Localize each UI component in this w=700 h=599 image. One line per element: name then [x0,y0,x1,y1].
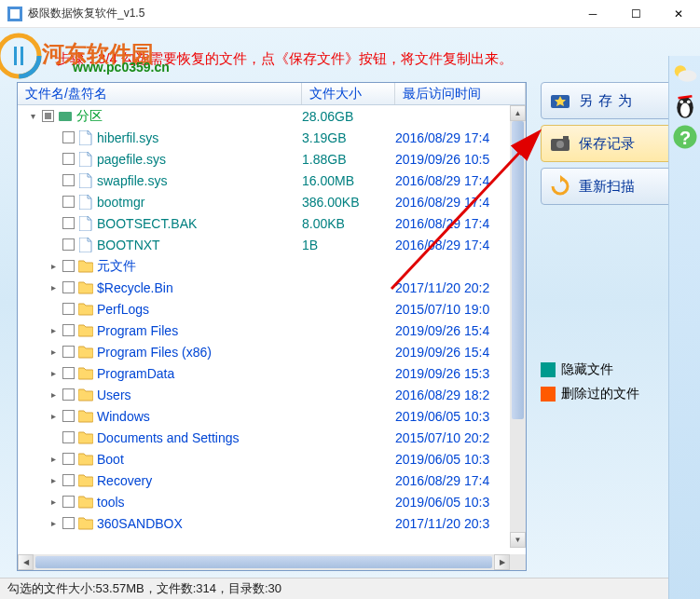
legend-hidden-label: 隐藏文件 [561,361,613,378]
file-time: 2017/11/20 20:2 [395,280,526,295]
checkbox[interactable] [62,324,75,336]
checkbox[interactable] [62,474,75,486]
tree-body[interactable]: ▾分区28.06GBhiberfil.sys3.19GB2016/08/29 1… [18,105,526,550]
checkbox[interactable] [62,238,75,251]
file-time: 2019/09/26 15:4 [395,345,526,360]
app-icon [7,7,22,21]
table-row[interactable]: ▸ProgramData2019/09/26 15:3 [18,362,526,384]
file-name: Program Files (x86) [97,345,212,360]
table-row[interactable]: ▸Boot2019/06/05 10:3 [18,448,526,470]
checkbox[interactable] [62,303,75,315]
column-header-size[interactable]: 文件大小 [302,83,395,104]
status-text: 勾选的文件大小:53.57MB，文件数:314，目录数:30 [7,581,281,595]
minimize-button[interactable]: ─ [571,0,614,28]
table-row[interactable]: Documents and Settings2015/07/10 20:2 [18,427,526,448]
file-size: 1.88GB [302,152,395,167]
expand-icon[interactable]: ▸ [48,325,59,335]
table-row[interactable]: ▸Recovery2016/08/29 17:4 [18,470,526,491]
table-row[interactable]: ▸元文件 [18,255,526,277]
file-name: 分区 [76,108,103,125]
scroll-down-icon[interactable]: ▼ [510,532,526,548]
scroll-up-icon[interactable]: ▲ [510,105,526,121]
maximize-button[interactable]: ☐ [614,0,657,28]
dock-penguin-icon[interactable] [671,91,699,119]
table-row[interactable]: pagefile.sys1.88GB2019/09/26 10:5 [18,148,526,170]
table-row[interactable]: BOOTNXT1B2016/08/29 17:4 [18,234,526,255]
checkbox[interactable] [62,431,75,443]
table-row[interactable]: ▸360SANDBOX2017/11/20 20:3 [18,512,526,534]
checkbox[interactable] [62,260,75,272]
svg-point-19 [686,100,690,103]
checkbox[interactable] [62,453,75,465]
save-record-button[interactable]: 保存记录 [541,125,683,162]
dock-weather-icon[interactable] [671,60,699,88]
column-header-time[interactable]: 最后访问时间 [395,83,526,104]
close-button[interactable]: ✕ [657,0,700,28]
expand-icon[interactable]: ▸ [48,282,59,293]
checkbox[interactable] [62,367,75,379]
expand-icon[interactable]: ▸ [48,261,59,271]
expand-icon[interactable]: ▸ [48,497,59,507]
folder-icon [78,473,93,488]
save-as-button[interactable]: 另存为 [541,82,683,119]
rescan-button[interactable]: 重新扫描 [541,168,683,205]
table-row[interactable]: swapfile.sys16.00MB2016/08/29 17:4 [18,170,526,191]
table-row[interactable]: PerfLogs2015/07/10 19:0 [18,298,526,320]
table-row[interactable]: ▸$Recycle.Bin2017/11/20 20:2 [18,277,526,298]
status-bar: 勾选的文件大小:53.57MB，文件数:314，目录数:30 [0,578,700,599]
expand-icon[interactable]: ▸ [48,347,59,357]
scroll-right-icon[interactable]: ▶ [494,554,510,570]
file-time: 2019/06/05 10:3 [395,409,526,424]
checkbox[interactable] [62,346,75,358]
file-icon [78,238,93,252]
legend-hidden-swatch [541,362,556,377]
table-row[interactable]: BOOTSECT.BAK8.00KB2016/08/29 17:4 [18,212,526,234]
expand-icon[interactable]: ▸ [48,389,59,400]
table-row[interactable]: hiberfil.sys3.19GB2016/08/29 17:4 [18,127,526,148]
scroll-thumb-v[interactable] [512,121,524,419]
checkbox[interactable] [62,281,75,293]
checkbox[interactable] [62,174,75,186]
scroll-thumb-h[interactable] [35,556,492,568]
file-name: PerfLogs [97,302,149,317]
checkbox[interactable] [62,131,75,143]
checkbox[interactable] [62,388,75,401]
table-row[interactable]: ▸Windows2019/06/05 10:3 [18,405,526,427]
checkbox[interactable] [62,496,75,508]
camera-icon [549,132,571,155]
expand-icon[interactable]: ▸ [48,411,59,421]
expand-icon[interactable]: ▾ [27,111,38,121]
file-name: Recovery [97,473,152,488]
table-row[interactable]: ▸tools2019/06/05 10:3 [18,491,526,512]
checkbox[interactable] [62,217,75,229]
svg-rect-4 [14,47,17,65]
file-time: 2019/06/05 10:3 [395,452,526,467]
file-name: 360SANDBOX [97,516,183,531]
table-row[interactable]: ▸Program Files (x86)2019/09/26 15:4 [18,341,526,362]
folder-icon [78,495,93,510]
dock-help-icon[interactable]: ? [671,123,699,151]
checkbox[interactable] [62,410,75,422]
folder-icon [78,452,93,467]
column-header-name[interactable]: 文件名/盘符名 [18,83,302,104]
folder-icon [78,302,93,317]
table-row[interactable]: ▾分区28.06GB [18,105,526,127]
checkbox[interactable] [62,517,75,529]
scroll-left-icon[interactable]: ◀ [18,554,34,570]
horizontal-scrollbar[interactable]: ◀ ▶ [18,554,510,570]
file-name: swapfile.sys [97,173,167,188]
expand-icon[interactable]: ▸ [48,454,59,464]
checkbox[interactable] [62,153,75,165]
save-as-label: 另存为 [579,92,638,110]
table-row[interactable]: ▸Users2016/08/29 18:2 [18,384,526,405]
checkbox[interactable] [62,196,75,208]
vertical-scrollbar[interactable]: ▲ ▼ [510,105,526,548]
expand-icon[interactable]: ▸ [48,518,59,528]
table-row[interactable]: ▸Program Files2019/09/26 15:4 [18,320,526,341]
expand-icon[interactable]: ▸ [48,368,59,378]
expand-icon[interactable]: ▸ [48,475,59,485]
checkbox[interactable] [42,110,54,122]
file-name: pagefile.sys [97,152,166,167]
table-row[interactable]: bootmgr386.00KB2016/08/29 17:4 [18,191,526,212]
folder-icon [78,280,93,295]
